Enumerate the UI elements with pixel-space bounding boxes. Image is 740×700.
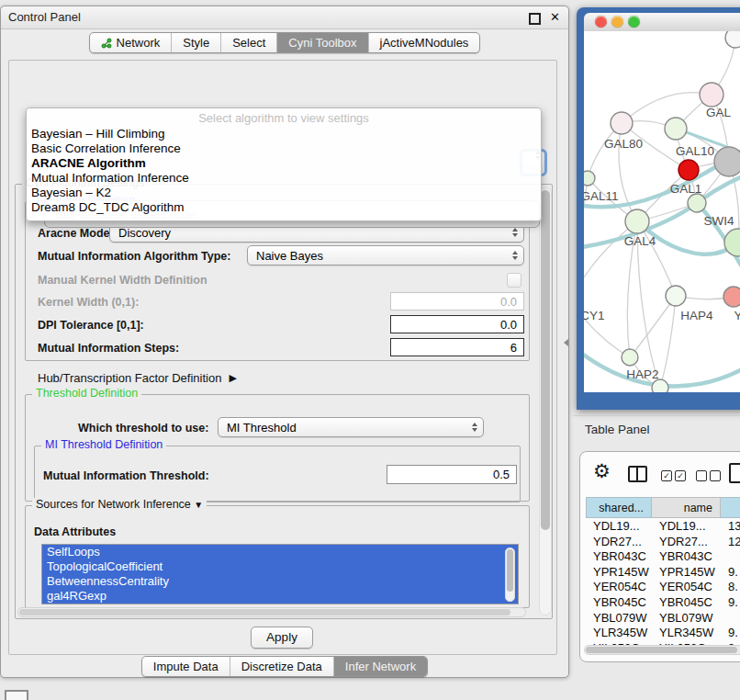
combo-spinner-icon xyxy=(512,228,518,237)
mi-algorithm-type-combo[interactable]: Naive Bayes xyxy=(247,245,524,265)
network-node-gal[interactable] xyxy=(700,83,723,107)
network-node[interactable] xyxy=(714,147,740,176)
table-cell: 13 xyxy=(721,519,740,535)
collapsed-panel-icon[interactable] xyxy=(5,690,28,700)
network-node-swi4[interactable] xyxy=(688,194,706,212)
select-all-icon[interactable]: ✓ xyxy=(675,470,686,481)
tab-label: jActiveMNodules xyxy=(380,36,469,50)
data-attribute-item[interactable]: TopologicalCoefficient xyxy=(42,559,518,574)
algorithm-option[interactable]: Basic Correlation Inference xyxy=(27,141,541,156)
mi-steps-field[interactable]: 6 xyxy=(390,338,524,356)
data-attributes-label: Data Attributes xyxy=(34,525,116,539)
data-attributes-list[interactable]: SelfLoopsTopologicalCoefficientBetweenne… xyxy=(41,544,519,604)
deselect-all-icon[interactable] xyxy=(710,470,721,481)
algorithm-option[interactable]: Bayesian – K2 xyxy=(27,186,541,200)
column-header[interactable] xyxy=(721,497,740,518)
list-vertical-scrollbar[interactable] xyxy=(505,548,515,602)
settings-vertical-scrollbar[interactable] xyxy=(539,187,552,615)
column-header[interactable]: shared... xyxy=(586,497,652,518)
algorithm-option[interactable]: ARACNE Algorithm xyxy=(27,156,541,171)
mi-steps-label: Mutual Information Steps: xyxy=(38,341,179,356)
data-attribute-item[interactable]: SelfLoops xyxy=(42,545,518,559)
tab-label: Select xyxy=(232,36,265,50)
manual-kernel-checkbox[interactable] xyxy=(507,273,521,288)
network-node-y[interactable] xyxy=(723,287,740,307)
table-row[interactable]: YBR045CYBR045C9. xyxy=(586,595,740,611)
table-cell: YDL19... xyxy=(586,519,652,535)
table-row[interactable]: YBL079WYBL079W xyxy=(586,611,740,627)
control-panel-title: Control Panel xyxy=(8,6,81,28)
zoom-traffic-light-icon[interactable] xyxy=(628,16,640,28)
close-traffic-light-icon[interactable] xyxy=(595,16,607,28)
tab-jactivemnodules[interactable]: jActiveMNodules xyxy=(368,33,480,52)
deselect-all-icon[interactable] xyxy=(696,470,707,481)
network-node-gal80[interactable] xyxy=(611,112,633,134)
network-edge[interactable] xyxy=(660,296,676,388)
network-node-gal4[interactable] xyxy=(625,209,649,233)
combo-spinner-icon xyxy=(512,251,518,260)
table-row[interactable]: YER054CYER054C8. xyxy=(586,580,740,595)
divider xyxy=(573,415,740,416)
restore-icon[interactable] xyxy=(529,13,541,25)
network-view-window[interactable]: GALGAL80GAL10GAL1SWI4GAL11GAL4GCY1HAP4YH… xyxy=(577,7,740,410)
tab-select[interactable]: Select xyxy=(220,33,276,52)
table-row[interactable]: YPR145WYPR145W9. xyxy=(586,565,740,581)
tab-cyni-toolbox[interactable]: Cyni Toolbox xyxy=(276,33,367,52)
table-cell: 9. xyxy=(721,565,740,581)
table-row[interactable]: YDR27...YDR27...12 xyxy=(586,535,740,550)
apply-button[interactable]: Apply xyxy=(251,627,313,649)
new-table-icon[interactable] xyxy=(729,463,740,483)
tab-label: Network xyxy=(117,36,161,50)
algorithm-dropdown-popup: Select algorithm to view settings Bayesi… xyxy=(26,107,542,221)
network-icon xyxy=(101,38,112,49)
dpi-tolerance-field[interactable]: 0.0 xyxy=(390,315,524,333)
bottom-tab-label: Discretize Data xyxy=(241,660,322,673)
which-threshold-combo[interactable]: MI Threshold xyxy=(218,417,484,437)
settings-horizontal-scrollbar[interactable] xyxy=(17,607,526,617)
hub-definition-expander[interactable]: Hub/Transcription Factor Definition ▶ xyxy=(38,371,237,385)
table-cell xyxy=(721,611,740,627)
table-cell: YBR043C xyxy=(652,549,721,565)
table-row[interactable]: YDL19...YDL19...13 xyxy=(586,519,740,535)
sources-title[interactable]: Sources for Network Inference ▼ xyxy=(32,498,207,511)
node-label: SWI4 xyxy=(703,214,734,228)
column-header[interactable]: name xyxy=(652,497,721,518)
network-canvas[interactable]: GALGAL80GAL10GAL1SWI4GAL11GAL4GCY1HAP4YH… xyxy=(584,31,740,392)
gear-icon[interactable]: ⚙ xyxy=(593,460,611,482)
bottom-tab-infer-network[interactable]: Infer Network xyxy=(333,657,427,676)
network-node-hap4[interactable] xyxy=(666,286,686,306)
network-window-titlebar[interactable] xyxy=(584,13,740,31)
data-attribute-item[interactable]: BetweennessCentrality xyxy=(42,574,518,589)
tab-style[interactable]: Style xyxy=(171,33,220,52)
node-label: HAP2 xyxy=(626,367,658,381)
select-all-icon[interactable]: ✓ xyxy=(661,470,672,481)
columns-icon[interactable] xyxy=(628,466,647,482)
tab-label: Style xyxy=(183,36,209,50)
data-attribute-item[interactable]: gal4RGexp xyxy=(42,589,518,604)
network-node-gal11[interactable] xyxy=(584,171,595,186)
network-node-hap2[interactable] xyxy=(622,349,638,366)
minimize-traffic-light-icon[interactable] xyxy=(611,16,623,28)
table-cell: YBL079W xyxy=(586,611,652,627)
bottom-tab-discretize-data[interactable]: Discretize Data xyxy=(230,657,333,676)
kernel-width-field[interactable]: 0.0 xyxy=(390,292,524,310)
table-cell: YPR145W xyxy=(652,565,721,581)
network-node[interactable] xyxy=(652,379,668,392)
mi-threshold-field[interactable]: 0.5 xyxy=(387,465,517,484)
network-node[interactable] xyxy=(724,229,740,256)
close-icon[interactable]: ✕ xyxy=(550,10,560,25)
split-pane-collapse-icon[interactable] xyxy=(564,339,568,346)
tab-network[interactable]: Network xyxy=(90,33,172,52)
algorithm-option[interactable]: Dream8 DC_TDC Algorithm xyxy=(27,200,541,215)
network-edge[interactable] xyxy=(622,93,712,123)
network-node-gal10[interactable] xyxy=(665,118,687,140)
node-label: GCY1 xyxy=(584,309,604,322)
algorithm-option[interactable]: Bayesian – Hill Climbing xyxy=(27,127,541,141)
bottom-tab-impute-data[interactable]: Impute Data xyxy=(142,657,230,676)
table-row[interactable]: YLR345WYLR345W9. xyxy=(586,626,740,641)
network-node[interactable] xyxy=(725,31,740,48)
table-horizontal-scrollbar[interactable] xyxy=(584,645,740,655)
network-node-gal1[interactable] xyxy=(678,160,699,180)
table-row[interactable]: YBR043CYBR043C xyxy=(586,549,740,565)
algorithm-option[interactable]: Mutual Information Inference xyxy=(27,171,541,186)
